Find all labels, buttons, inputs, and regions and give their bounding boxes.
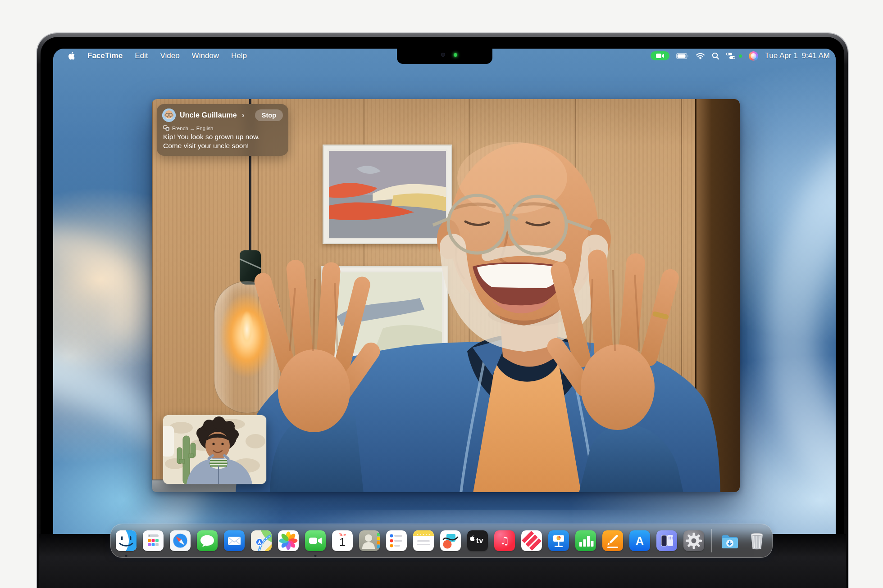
display-bezel: FaceTime Edit Video Window Help	[41, 37, 844, 588]
apple-intelligence-icon[interactable]	[749, 51, 758, 61]
dock-icon-tv[interactable]: tv	[467, 530, 488, 551]
macbook-frame: FaceTime Edit Video Window Help	[36, 32, 849, 588]
dock-icon-system-settings[interactable]	[683, 530, 704, 551]
clock-time: 9:41 AM	[802, 51, 830, 60]
menu-item-window[interactable]: Window	[192, 51, 219, 60]
dock-icon-iphone-mirroring[interactable]	[656, 530, 677, 551]
dock-icon-trash[interactable]	[746, 530, 767, 551]
camera-active-led	[454, 53, 457, 57]
menu-item-video[interactable]: Video	[160, 51, 179, 60]
dock-icon-calendar[interactable]: Tue 1	[332, 530, 353, 551]
dock-icon-reminders[interactable]	[386, 530, 407, 551]
wifi-icon[interactable]	[696, 53, 705, 59]
dock-icon-photos[interactable]	[278, 530, 299, 551]
dock-icon-app-store[interactable]: A	[629, 530, 650, 551]
screen: FaceTime Edit Video Window Help	[53, 49, 836, 562]
dock-icon-pages[interactable]	[602, 530, 623, 551]
dock-divider	[711, 529, 712, 552]
battery-icon[interactable]	[676, 53, 689, 59]
macbook-scene: FaceTime Edit Video Window Help	[0, 0, 883, 588]
menu-app-name[interactable]: FaceTime	[87, 51, 123, 60]
caller-avatar	[162, 109, 176, 122]
dock-icon-safari[interactable]	[170, 530, 191, 551]
tv-label: tv	[476, 536, 483, 545]
menu-bar-status: Tue Apr 1 9:41 AM	[651, 51, 836, 61]
calendar-day-label: 1	[332, 536, 353, 549]
translation-language-row: French → English	[163, 125, 283, 131]
facetime-running-dot	[314, 555, 317, 557]
music-note-glyph: ♫	[494, 530, 515, 551]
stop-translation-button[interactable]: Stop	[255, 109, 283, 121]
dock-icon-keynote[interactable]	[548, 530, 569, 551]
dock-icon-numbers[interactable]	[575, 530, 596, 551]
app-store-letter: A	[629, 530, 650, 551]
translation-notification[interactable]: Uncle Guillaume › Stop	[157, 104, 288, 156]
control-center-icon[interactable]	[726, 53, 735, 59]
dock-icon-apps[interactable]	[143, 530, 164, 551]
dock-icon-downloads[interactable]	[719, 530, 740, 551]
dock-icon-facetime[interactable]	[305, 530, 326, 551]
menu-item-edit[interactable]: Edit	[135, 51, 148, 60]
caller-name[interactable]: Uncle Guillaume	[180, 111, 237, 119]
spotlight-search-icon[interactable]	[712, 52, 719, 60]
dock-icon-news[interactable]	[521, 530, 542, 551]
menu-bar-left: FaceTime Edit Video Window Help	[53, 51, 247, 60]
translate-icon	[163, 125, 170, 131]
dock-icon-messages[interactable]	[197, 530, 218, 551]
notification-header: Uncle Guillaume › Stop	[162, 109, 283, 122]
dock-icon-notes[interactable]	[413, 530, 434, 551]
translated-message-line1: Kip! You look so grown up now.	[163, 132, 283, 141]
clock-date: Tue Apr 1	[765, 51, 798, 60]
dock-icon-finder[interactable]	[116, 530, 137, 551]
translation-languages: French → English	[172, 126, 213, 131]
facetime-window[interactable]: Uncle Guillaume › Stop	[152, 99, 740, 492]
chevron-right-icon[interactable]: ›	[242, 111, 244, 119]
camera-icon	[441, 53, 445, 57]
self-view-pip[interactable]	[163, 415, 266, 484]
recording-indicator-dot-icon	[739, 54, 742, 58]
dock: Tue 1	[110, 524, 773, 558]
menu-item-help[interactable]: Help	[231, 51, 247, 60]
dock-icon-freeform[interactable]	[440, 530, 461, 551]
dock-icon-music[interactable]: ♫	[494, 530, 515, 551]
translated-message-line2: Come visit your uncle soon!	[163, 141, 283, 150]
dock-icon-contacts[interactable]	[359, 530, 380, 551]
finder-running-dot	[125, 555, 127, 557]
facetime-active-camera-icon[interactable]	[651, 51, 669, 60]
apple-menu-icon[interactable]	[68, 51, 75, 60]
display-notch	[397, 49, 492, 64]
menu-bar-clock[interactable]: Tue Apr 1 9:41 AM	[765, 51, 830, 60]
dock-icon-maps[interactable]	[251, 530, 272, 551]
dock-icon-mail[interactable]	[224, 530, 245, 551]
